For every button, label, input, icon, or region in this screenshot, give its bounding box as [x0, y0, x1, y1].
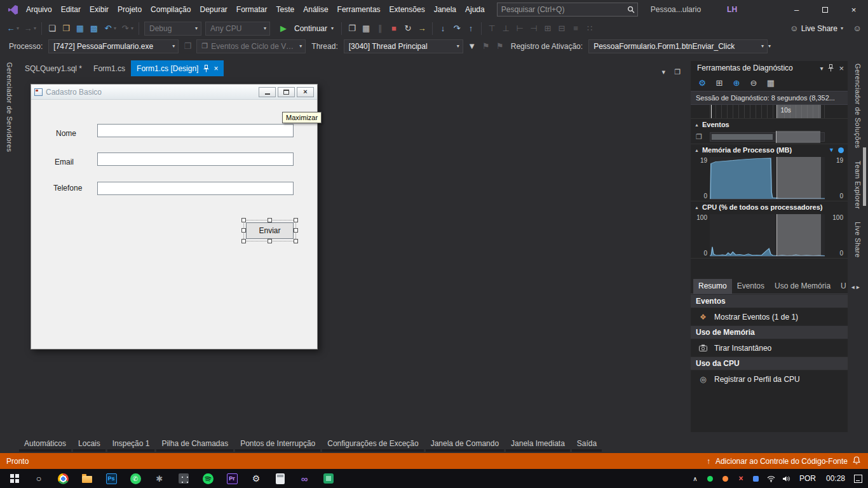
live-share-tab[interactable]: Live Share: [854, 222, 862, 258]
align-lefts-icon[interactable]: ⊢: [513, 21, 527, 36]
record-cpu-profile-link[interactable]: ◎ Registrar o Perfil da CPU: [691, 370, 848, 388]
taskbar-spotify[interactable]: [196, 469, 220, 488]
tab-janela-de-comando[interactable]: Janela de Comando: [426, 437, 504, 452]
memory-filter-icon[interactable]: ▼: [829, 147, 834, 153]
process-combo[interactable]: [7472] PessoaFormulario.exe ▾: [48, 39, 179, 53]
tray-orange-app[interactable]: [718, 469, 733, 488]
taskbar-settings[interactable]: ⚙: [244, 469, 268, 488]
notifications-bell-icon[interactable]: [853, 456, 860, 466]
network-button[interactable]: [764, 469, 779, 488]
search-button[interactable]: ○: [27, 469, 51, 488]
search-input[interactable]: [498, 5, 625, 14]
selection-adorner[interactable]: Enviar: [241, 218, 298, 243]
vertical-spacing-icon[interactable]: ∷: [583, 21, 597, 36]
tray-red-app[interactable]: ×: [733, 469, 749, 488]
tab-list-dropdown-icon[interactable]: ▾: [662, 68, 666, 76]
menu-janela[interactable]: Janela: [430, 0, 461, 19]
menu-projeto[interactable]: Projeto: [113, 0, 146, 19]
apply-code-changes-icon[interactable]: ▦: [359, 21, 373, 36]
resize-handle[interactable]: [268, 218, 272, 222]
timeline-ruler[interactable]: 10s: [691, 105, 848, 119]
tab-eventos[interactable]: Eventos: [732, 279, 770, 294]
memory-section-header[interactable]: ▲ Memória de Processo (MB) ▼: [691, 144, 848, 156]
step-out-icon[interactable]: ↑: [464, 21, 478, 36]
menu-arquivo[interactable]: Arquivo: [22, 0, 57, 19]
toolbar-overflow-icon[interactable]: ▾: [766, 39, 773, 54]
resize-handle[interactable]: [241, 228, 246, 233]
redo-dropdown-icon[interactable]: ▾: [129, 21, 135, 36]
start-button[interactable]: [3, 469, 27, 488]
tab-pontos-de-interrupcao[interactable]: Pontos de Interrupção: [235, 437, 320, 452]
chevron-down-icon[interactable]: ▾: [820, 65, 823, 72]
align-rights-icon[interactable]: ⊣: [527, 21, 541, 36]
winforms-designer-form[interactable]: Cadastro Basico × Nome Email Telefone: [31, 84, 318, 349]
tray-spotify[interactable]: [703, 469, 718, 488]
lifecycle-events-combo[interactable]: ❐ Eventos de Ciclo de Vida ▾: [196, 39, 306, 53]
stack-frame-combo[interactable]: PessoaFormulario.Form1.btnEnviar_Click ▾: [588, 39, 768, 53]
live-share-person-icon[interactable]: ☺: [787, 21, 801, 36]
email-label[interactable]: Email: [55, 158, 74, 166]
solution-name[interactable]: Pessoa...ulario: [651, 5, 701, 14]
align-tops-icon[interactable]: ⊤: [485, 21, 499, 36]
menu-formatar[interactable]: Formatar: [232, 0, 272, 19]
continue-button[interactable]: ▶ Continuar ▾: [272, 21, 338, 36]
show-next-statement-icon[interactable]: →: [415, 21, 429, 36]
break-all-icon[interactable]: ∥: [373, 21, 387, 36]
taskbar-file-explorer[interactable]: [75, 469, 99, 488]
zoom-in-icon[interactable]: ⊕: [729, 76, 744, 90]
language-indicator[interactable]: POR: [794, 474, 821, 483]
action-center-button[interactable]: [850, 469, 865, 488]
restart-icon[interactable]: ↻: [401, 21, 415, 36]
tab-configuracoes-de-excecao[interactable]: Configurações de Exceção: [322, 437, 423, 452]
clock[interactable]: 00:28: [821, 474, 850, 483]
close-panel-icon[interactable]: ×: [839, 64, 844, 73]
menu-extensoes[interactable]: Extensões: [385, 0, 430, 19]
tab-form1-design[interactable]: Form1.cs [Design] ×: [131, 60, 224, 76]
taskbar-whatsapp[interactable]: ✆: [123, 469, 147, 488]
panel-scrollbar[interactable]: [863, 147, 866, 206]
taskbar-grid-app[interactable]: [172, 469, 196, 488]
flag-thread-icon[interactable]: ⚑: [479, 39, 493, 54]
save-all-icon[interactable]: ▩: [87, 21, 101, 36]
reset-view-icon[interactable]: ▦: [763, 76, 778, 90]
open-file-icon[interactable]: ❒: [59, 21, 73, 36]
align-bottoms-icon[interactable]: ⊥: [499, 21, 513, 36]
new-file-icon[interactable]: ❏: [45, 21, 59, 36]
take-snapshot-link[interactable]: Tirar Instantâneo: [691, 339, 848, 356]
menu-ajuda[interactable]: Ajuda: [461, 0, 489, 19]
tab-inspecao-1[interactable]: Inspeção 1: [107, 437, 155, 452]
show-events-link[interactable]: ❖ Mostrar Eventos (1 de 1): [691, 308, 848, 325]
tab-locais[interactable]: Locais: [73, 437, 105, 452]
step-over-icon[interactable]: ↷: [450, 21, 464, 36]
tab-automaticos[interactable]: Automáticos: [19, 437, 71, 452]
tab-sqlquery1[interactable]: SQLQuery1.sql *: [19, 60, 88, 76]
cpu-chart[interactable]: 100 0 100 0: [691, 213, 848, 259]
taskbar-chrome[interactable]: [51, 469, 75, 488]
expander-icon[interactable]: ▲: [695, 148, 699, 152]
expander-icon[interactable]: ▲: [695, 123, 699, 127]
size-to-grid-icon[interactable]: ⊟: [555, 21, 569, 36]
tab-resumo[interactable]: Resumo: [693, 279, 732, 294]
taskbar-photoshop[interactable]: Ps: [99, 469, 123, 488]
horizontal-spacing-icon[interactable]: ≡: [569, 21, 583, 36]
team-explorer-tab[interactable]: Team Explorer: [854, 161, 862, 209]
menu-depurar[interactable]: Depurar: [195, 0, 231, 19]
diagnostics-settings-icon[interactable]: ⚙: [695, 76, 710, 90]
expander-icon[interactable]: ▲: [695, 205, 699, 210]
send-feedback-icon[interactable]: ☺: [850, 21, 864, 36]
server-explorer-tab[interactable]: Gerenciador de Servidores: [6, 62, 13, 436]
minimize-button[interactable]: –: [782, 0, 811, 19]
taskbar-hub-app[interactable]: ✱: [147, 469, 172, 488]
user-avatar[interactable]: LH: [724, 2, 740, 17]
zoom-out-icon[interactable]: ⊖: [746, 76, 761, 90]
resize-handle[interactable]: [241, 239, 246, 243]
taskbar-visual-studio[interactable]: ∞: [292, 469, 316, 488]
enviar-button[interactable]: Enviar: [246, 222, 294, 239]
menu-exibir[interactable]: Exibir: [85, 0, 113, 19]
step-into-icon[interactable]: ↓: [436, 21, 450, 36]
nome-label[interactable]: Nome: [56, 129, 76, 138]
telefone-label[interactable]: Telefone: [53, 184, 82, 193]
tab-uso-de-memoria[interactable]: Uso de Memória: [770, 279, 836, 294]
events-track[interactable]: ❐: [691, 130, 848, 144]
resize-handle[interactable]: [294, 239, 298, 243]
